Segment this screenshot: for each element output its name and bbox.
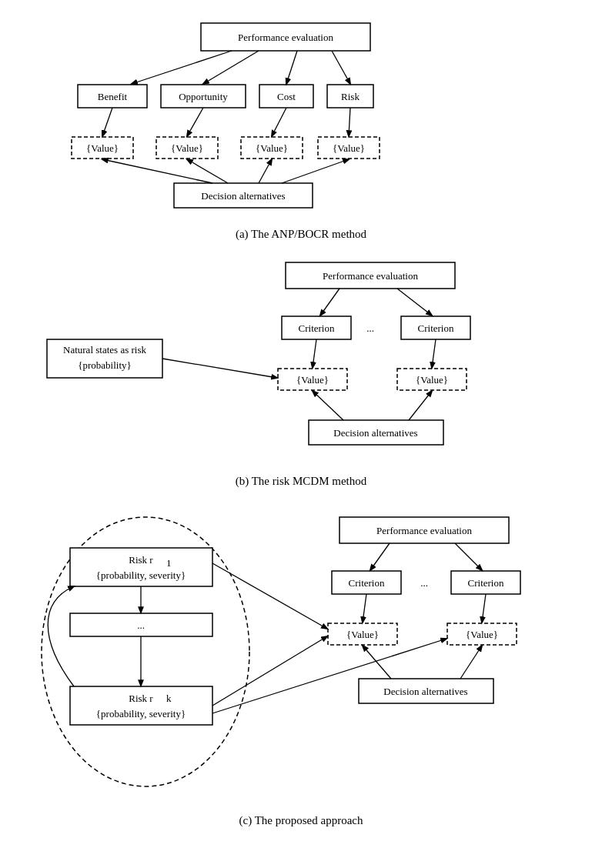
svg-line-30 (397, 289, 432, 315)
diagram-a-svg: Performance evaluation Benefit Opportuni… (32, 15, 570, 223)
svg-line-49 (455, 543, 482, 570)
svg-line-14 (102, 108, 112, 136)
diagram-b-svg: Natural states as risk {probability} Per… (32, 255, 570, 470)
svg-line-31 (313, 339, 316, 368)
ellipsis-b: ... (366, 322, 374, 334)
risk-rk-sub: k (166, 693, 172, 704)
risk-ellipsis: ... (137, 619, 145, 631)
criterion-b1: Criterion (299, 322, 335, 334)
natural-states: Natural states as risk (63, 344, 146, 356)
natural-probability: {probability} (78, 359, 132, 371)
label-c: (c) The proposed approach (8, 814, 594, 827)
main-container: Performance evaluation Benefit Opportuni… (0, 0, 602, 856)
risk-r1-label: Risk r (129, 554, 153, 566)
criterion-c1: Criterion (349, 577, 385, 589)
svg-line-12 (286, 51, 297, 84)
perf-eval-c: Performance evaluation (376, 525, 472, 536)
svg-line-20 (259, 159, 272, 183)
svg-line-52 (363, 646, 391, 679)
section-b: Natural states as risk {probability} Per… (8, 255, 594, 488)
cost-box: Cost (277, 91, 296, 102)
ellipsis-c: ... (420, 577, 428, 589)
opportunity-box: Opportunity (179, 91, 228, 102)
risk-r1-sub: 1 (166, 557, 172, 569)
value-a3: {Value} (256, 142, 288, 154)
svg-line-18 (102, 159, 212, 183)
svg-line-33 (313, 391, 343, 420)
section-a: Performance evaluation Benefit Opportuni… (8, 15, 594, 241)
perf-eval-a: Performance evaluation (238, 32, 333, 43)
value-b1: {Value} (296, 374, 329, 386)
decision-a: Decision alternatives (201, 190, 285, 202)
label-b: (b) The risk MCDM method (8, 475, 594, 488)
perf-eval-b: Performance evaluation (323, 270, 418, 282)
svg-line-54 (212, 563, 327, 629)
risk-rk-label: Risk r (129, 693, 153, 704)
svg-line-34 (409, 391, 432, 420)
section-c: Risk r 1 {probability, severity} ... Ris… (8, 502, 594, 827)
svg-line-53 (460, 646, 482, 679)
svg-line-15 (187, 108, 203, 136)
decision-b: Decision alternatives (333, 427, 417, 439)
value-b2: {Value} (416, 374, 448, 386)
svg-line-48 (370, 543, 390, 570)
value-c1: {Value} (346, 629, 379, 640)
criterion-b2: Criterion (418, 322, 454, 334)
value-c2: {Value} (466, 629, 498, 640)
svg-line-17 (349, 108, 350, 136)
svg-line-16 (272, 108, 286, 136)
benefit-box: Benefit (98, 91, 128, 102)
label-a: (a) The ANP/BOCR method (8, 228, 594, 241)
svg-line-19 (187, 159, 228, 183)
risk-box: Risk (341, 91, 360, 102)
diagram-c-svg: Risk r 1 {probability, severity} ... Ris… (32, 502, 570, 810)
risk-rk-prob: {probability, severity} (96, 708, 186, 719)
svg-line-32 (432, 339, 436, 368)
svg-line-35 (162, 359, 277, 378)
value-a4: {Value} (333, 142, 365, 154)
value-a2: {Value} (171, 142, 203, 154)
criterion-c2: Criterion (468, 577, 504, 589)
svg-line-51 (482, 594, 486, 623)
svg-line-13 (332, 51, 350, 84)
svg-line-10 (132, 51, 232, 84)
svg-line-11 (203, 51, 259, 84)
svg-line-29 (320, 289, 339, 315)
svg-line-50 (363, 594, 366, 623)
risk-r1-prob: {probability, severity} (96, 569, 186, 581)
decision-c: Decision alternatives (383, 686, 467, 697)
value-a1: {Value} (86, 142, 119, 154)
svg-line-21 (282, 159, 349, 183)
